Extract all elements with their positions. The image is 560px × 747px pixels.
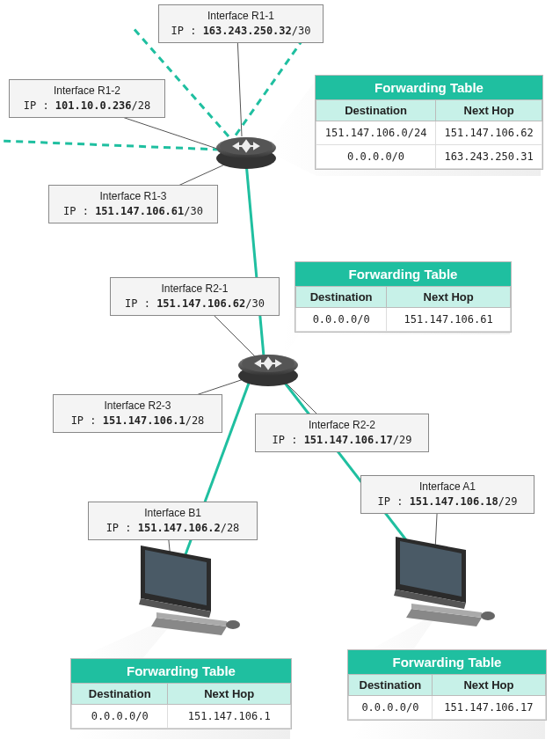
host-a-icon — [369, 528, 492, 625]
col-hop: Next Hop — [436, 100, 542, 121]
svg-point-47 — [481, 612, 495, 620]
col-hop: Next Hop — [387, 287, 511, 308]
callout-r1-1: Interface R1-1 IP : 163.243.250.32/30 — [158, 4, 324, 43]
forwarding-table-host-b: Forwarding Table DestinationNext Hop 0.0… — [70, 658, 292, 729]
router-r1-icon — [211, 130, 273, 165]
callout-r2-2: Interface R2-2 IP : 151.147.106.17/29 — [255, 414, 429, 452]
if-name: Interface R2-2 — [263, 418, 421, 433]
col-dest: Destination — [316, 100, 436, 121]
table-row: 0.0.0.0/0151.147.106.17 — [349, 696, 546, 720]
callout-r2-3: Interface R2-3 IP : 151.147.106.1/28 — [53, 394, 222, 433]
if-name: Interface R1-3 — [56, 189, 210, 204]
callout-r1-3: Interface R1-3 IP : 151.147.106.61/30 — [48, 185, 218, 223]
col-hop: Next Hop — [432, 675, 545, 696]
callout-b1: Interface B1 IP : 151.147.106.2/28 — [88, 502, 258, 540]
if-name: Interface R1-2 — [17, 84, 157, 99]
if-name: Interface B1 — [96, 506, 250, 521]
svg-line-6 — [237, 35, 242, 136]
forwarding-table-r1: Forwarding Table DestinationNext Hop 151… — [315, 75, 543, 170]
ft-title: Forwarding Table — [71, 659, 291, 683]
col-dest: Destination — [349, 675, 433, 696]
ft-title: Forwarding Table — [316, 76, 542, 99]
if-name: Interface R2-1 — [118, 282, 272, 297]
callout-r2-1: Interface R2-1 IP : 151.147.106.62/30 — [110, 277, 280, 316]
svg-line-3 — [246, 163, 264, 356]
callout-r1-2: Interface R1-2 IP : 101.10.0.236/28 — [9, 79, 165, 118]
if-name: Interface R2-3 — [61, 399, 215, 414]
if-name: Interface A1 — [368, 480, 527, 494]
forwarding-table-r2: Forwarding Table DestinationNext Hop 0.0… — [295, 261, 512, 333]
ft-title: Forwarding Table — [348, 650, 546, 674]
forwarding-table-host-a: Forwarding Table DestinationNext Hop 0.0… — [347, 649, 547, 721]
router-r2-icon — [233, 348, 295, 383]
svg-point-41 — [226, 620, 240, 629]
table-row: 151.147.106.0/24151.147.106.62 — [316, 121, 542, 145]
col-dest: Destination — [72, 684, 168, 705]
svg-line-1 — [229, 26, 312, 145]
col-dest: Destination — [296, 287, 387, 308]
table-row: 0.0.0.0/0163.243.250.31 — [316, 145, 542, 169]
table-row: 0.0.0.0/0151.147.106.1 — [72, 705, 291, 729]
table-row: 0.0.0.0/0151.147.106.61 — [296, 308, 511, 332]
ft-title: Forwarding Table — [295, 262, 511, 286]
if-name: Interface R1-1 — [166, 9, 316, 24]
host-b-icon — [114, 537, 237, 633]
callout-a1: Interface A1 IP : 151.147.106.18/29 — [360, 475, 535, 514]
svg-line-2 — [0, 141, 220, 150]
col-hop: Next Hop — [168, 684, 291, 705]
